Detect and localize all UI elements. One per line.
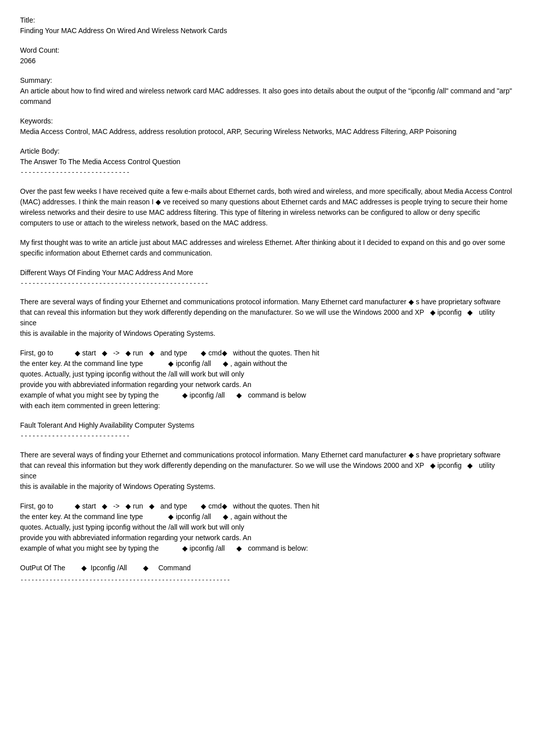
para6-diamond6: ◆ (168, 513, 174, 521)
para4-withoutquotes-1: without the quotes. Then hit (233, 349, 319, 357)
para4-diamond5: ◆ (201, 349, 206, 357)
summary-text: An article about how to find wired and w… (20, 86, 513, 107)
para3-part1: There are several ways of finding your E… (20, 298, 407, 306)
para5-diamond1: ◆ (409, 451, 414, 459)
para4-diamond6: ◆ (168, 359, 174, 367)
article-body-label: Article Body: (20, 146, 513, 157)
para3-diamond3: ◆ (467, 308, 473, 316)
para6-diamond2: ◆ (102, 502, 107, 510)
paragraph-2: My first thought was to write an article… (20, 237, 513, 259)
dash-line-2: ----------------------------------------… (20, 278, 513, 288)
para4-quotes: quotes. Actually, just typing ipconfig w… (20, 370, 244, 378)
para4-commandbelow: command is below (248, 391, 306, 399)
para6-quotes: quotes. Actually, just typing ipconfig w… (20, 523, 244, 531)
wordcount-label: Word Count: (20, 45, 513, 56)
para5-ipconfig: ipconfig (438, 461, 462, 469)
para6-diamond8: ◆ (182, 544, 188, 552)
paragraph-3: There are several ways of finding your E… (20, 297, 513, 339)
para6-cmd: cmd◆ (208, 502, 227, 510)
para6-withoutquotes-2: the enter key. At the command line type (20, 513, 143, 521)
output-ipconfig: Ipconfig /All (91, 563, 127, 573)
para5-part3: this is available in the majority of Win… (20, 482, 215, 490)
para6-diamond1: ◆ (75, 502, 80, 510)
para4-diamond4: ◆ (149, 349, 155, 357)
para2-text: My first thought was to write an article… (20, 238, 505, 257)
para6-diamond9: ◆ (236, 544, 242, 552)
para3-diamond2: ◆ (430, 308, 436, 316)
para4-diamond2: ◆ (102, 349, 107, 357)
output-diamond: ◆ (81, 563, 87, 573)
para4-provide: provide you with abbreviated information… (20, 381, 251, 389)
article-body-subtitle: The Answer To The Media Access Control Q… (20, 157, 513, 167)
para6-run: run (133, 502, 143, 510)
paragraph-6: First, go to ◆ start ◆ -> ◆ run ◆ and ty… (20, 501, 513, 554)
section3-heading: Fault Tolerant And Highly Availability C… (20, 420, 513, 431)
keywords-label: Keywords: (20, 116, 513, 127)
output-label: OutPut Of The (20, 563, 65, 573)
para5-part1: There are several ways of finding your E… (20, 451, 407, 459)
output-diamond2: ◆ (143, 563, 149, 573)
para6-start: start (82, 502, 96, 510)
para4-first: First, go to (20, 349, 53, 357)
para4-diamond8: ◆ (182, 391, 188, 399)
para6-first: First, go to (20, 502, 53, 510)
para4-ipconfig-all: ipconfig /all (176, 359, 211, 367)
dash-line-3: ---------------------------- (20, 431, 513, 441)
para6-withoutquotes-1: without the quotes. Then hit (233, 502, 319, 510)
para4-start: start (82, 349, 96, 357)
keywords-section: Keywords: Media Access Control, MAC Addr… (20, 116, 513, 137)
paragraph-5: There are several ways of finding your E… (20, 450, 513, 492)
section2-title: Different Ways Of Finding Your MAC Addre… (20, 268, 513, 288)
wordcount-section: Word Count: 2066 (20, 45, 513, 66)
para6-diamond4: ◆ (149, 502, 155, 510)
section3-title: Fault Tolerant And Highly Availability C… (20, 420, 513, 441)
para4-again-text: , again without the (230, 359, 288, 367)
para4-diamond9: ◆ (236, 391, 242, 399)
para4-arrow: -> (113, 349, 119, 357)
section2-heading: Different Ways Of Finding Your MAC Addre… (20, 268, 513, 278)
wordcount-value: 2066 (20, 56, 513, 66)
title-label: Title: (20, 15, 513, 26)
para4-diamond1: ◆ (75, 349, 80, 357)
para3-part3: this is available in the majority of Win… (20, 329, 215, 337)
separator-long: ----------------------------------------… (20, 575, 513, 584)
article-body-section: Article Body: The Answer To The Media Ac… (20, 146, 513, 177)
para6-andtype: and type (160, 502, 187, 510)
para6-again-text: , again without the (230, 513, 288, 521)
para6-commandbelow: command is below: (248, 544, 308, 552)
para6-diamond5: ◆ (201, 502, 206, 510)
summary-label: Summary: (20, 75, 513, 86)
keywords-text: Media Access Control, MAC Address, addre… (20, 127, 513, 137)
para6-diamond7: ◆ (223, 513, 228, 521)
para6-ipconfig-all: ipconfig /all (176, 513, 211, 521)
para5-diamond3: ◆ (467, 461, 473, 469)
para6-example: example of what you might see by typing … (20, 544, 159, 552)
para4-rest: with each item commented in green letter… (20, 402, 160, 410)
para4-andtype: and type (160, 349, 187, 357)
para3-diamond1: ◆ (409, 298, 414, 306)
para4-diamond3: ◆ (125, 349, 131, 357)
summary-section: Summary: An article about how to find wi… (20, 75, 513, 107)
para4-withoutquotes-2: the enter key. At the command line type (20, 359, 143, 367)
title-value: Finding Your MAC Address On Wired And Wi… (20, 26, 513, 36)
para1-diamond1: ◆ (156, 198, 161, 206)
para4-example: example of what you might see by typing … (20, 391, 159, 399)
para3-ipconfig1: ipconfig (438, 308, 462, 316)
para6-ipconfig-all2: ipconfig /all (190, 544, 225, 552)
output-command: Command (158, 563, 191, 573)
para4-cmd: cmd◆ (208, 349, 227, 357)
para5-diamond2: ◆ (430, 461, 436, 469)
output-section: OutPut Of The ◆ Ipconfig /All ◆ Command (20, 563, 513, 573)
para6-diamond3: ◆ (125, 502, 131, 510)
dash-line-1: ---------------------------- (20, 167, 513, 177)
paragraph-4: First, go to ◆ start ◆ -> ◆ run ◆ and ty… (20, 348, 513, 411)
para6-arrow: -> (113, 502, 119, 510)
para4-diamond7: ◆ (223, 359, 228, 367)
paragraph-1: Over the past few weeks I have received … (20, 186, 513, 228)
para4-run: run (133, 349, 143, 357)
para4-ipconfig-all2: ipconfig /all (190, 391, 225, 399)
para6-provide: provide you with abbreviated information… (20, 534, 251, 542)
title-section: Title: Finding Your MAC Address On Wired… (20, 15, 513, 36)
